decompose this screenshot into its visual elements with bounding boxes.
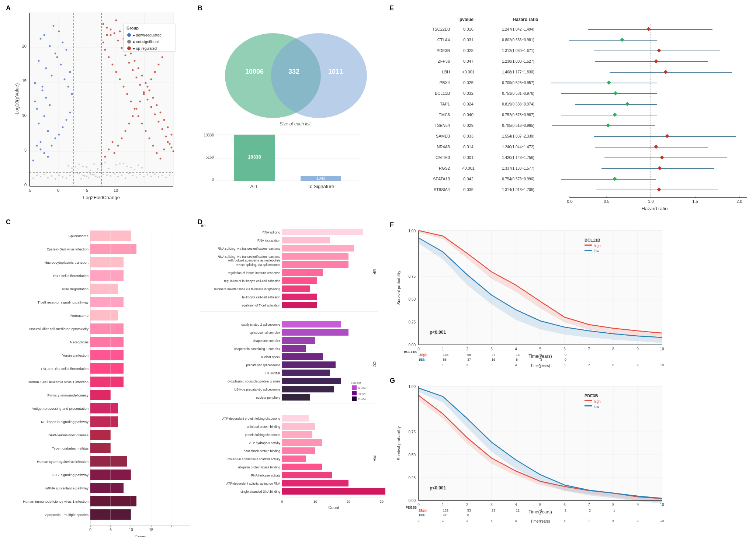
- svg-text:0: 0: [565, 358, 566, 361]
- svg-point-89: [49, 45, 51, 47]
- svg-point-164: [134, 108, 136, 110]
- svg-text:Necroptosis: Necroptosis: [70, 340, 89, 344]
- svg-point-86: [45, 67, 47, 69]
- svg-point-184: [136, 77, 138, 79]
- svg-point-174: [171, 147, 173, 149]
- svg-text:RNA degradation: RNA degradation: [62, 287, 89, 291]
- svg-point-31: [66, 177, 67, 179]
- panel-a-label: A: [6, 4, 11, 12]
- svg-text:6: 6: [540, 353, 542, 357]
- svg-text:0.029: 0.029: [463, 123, 474, 128]
- svg-point-165: [138, 115, 139, 117]
- svg-text:0.50: 0.50: [409, 297, 416, 301]
- svg-text:low: low: [594, 405, 600, 409]
- svg-point-49: [40, 176, 41, 177]
- svg-text:Count: Count: [135, 535, 145, 537]
- go-chart: BP RNA splicing RNA localization RNA spl…: [197, 219, 385, 537]
- svg-text:0: 0: [417, 347, 420, 351]
- svg-point-108: [55, 138, 56, 139]
- svg-text:1.00: 1.00: [409, 229, 416, 233]
- svg-text:telomere maintenance via telom: telomere maintenance via telomere length…: [214, 287, 280, 291]
- svg-text:Spliceosome: Spliceosome: [69, 234, 89, 238]
- svg-text:221: 221: [419, 509, 424, 512]
- svg-point-32: [110, 175, 111, 177]
- svg-text:NR4A3: NR4A3: [437, 145, 450, 149]
- svg-text:LBH: LBH: [442, 70, 450, 74]
- svg-text:Human immunodeficiency virus 1: Human immunodeficiency virus 1 infection: [23, 499, 89, 503]
- svg-rect-384: [282, 269, 323, 276]
- svg-rect-489: [585, 245, 592, 246]
- legend-ns: ● not-significant: [133, 40, 159, 44]
- svg-text:1.247(1.042~1.494): 1.247(1.042~1.494): [502, 27, 534, 31]
- panel-g-label: G: [390, 377, 395, 385]
- svg-text:Proteasome: Proteasome: [70, 313, 89, 318]
- svg-point-176: [106, 34, 108, 36]
- svg-point-14: [84, 175, 86, 177]
- svg-point-96: [56, 56, 58, 58]
- svg-text:58: 58: [467, 353, 471, 357]
- svg-text:0: 0: [281, 500, 283, 503]
- svg-rect-400: [282, 337, 315, 344]
- svg-text:6: 6: [540, 509, 542, 512]
- svg-point-13: [77, 173, 78, 174]
- panel-e-label: E: [389, 4, 394, 12]
- svg-rect-354: [90, 496, 136, 506]
- svg-rect-382: [282, 261, 348, 268]
- svg-text:7: 7: [588, 363, 590, 367]
- svg-point-17: [106, 174, 108, 176]
- svg-text:4: 4: [515, 347, 517, 351]
- svg-text:1.314(1.013~1.705): 1.314(1.013~1.705): [502, 188, 534, 192]
- svg-point-113: [49, 104, 51, 106]
- svg-rect-431: [282, 439, 322, 446]
- svg-text:20: 20: [22, 44, 27, 48]
- svg-point-48: [44, 174, 45, 175]
- svg-text:9: 9: [637, 503, 639, 507]
- svg-point-142: [138, 67, 139, 69]
- svg-text:0.039: 0.039: [463, 187, 474, 192]
- svg-rect-324: [90, 297, 124, 307]
- svg-text:regulation of T cell activatio: regulation of T cell activation: [241, 304, 281, 307]
- svg-point-160: [119, 79, 121, 80]
- svg-text:3: 3: [490, 347, 493, 351]
- svg-rect-259: [625, 102, 629, 106]
- svg-point-124: [139, 101, 141, 103]
- svg-text:chaperone complex: chaperone complex: [253, 339, 281, 343]
- panel-b-label: B: [198, 4, 202, 12]
- svg-text:1: 1: [442, 363, 444, 367]
- svg-text:Primary immunodeficiency: Primary immunodeficiency: [48, 393, 89, 397]
- svg-text:0.709(0.525~0.957): 0.709(0.525~0.957): [502, 81, 534, 85]
- svg-point-24: [82, 175, 84, 176]
- svg-rect-264: [613, 112, 617, 117]
- svg-text:7: 7: [588, 347, 590, 351]
- survival-plot-g: 0.00 0.25 0.50 0.75 1.00 0 1 2 3 4 5 6 7…: [389, 377, 754, 536]
- svg-text:regulation of leukocyte cell-c: regulation of leukocyte cell-cell adhesi…: [224, 279, 280, 283]
- bar-all-label: ALL: [250, 184, 259, 189]
- svg-text:Count: Count: [328, 505, 339, 510]
- svg-text:0.032: 0.032: [463, 91, 474, 96]
- svg-text:cytoplasmic ribonucleoprotein : cytoplasmic ribonucleoprotein granule: [228, 380, 280, 383]
- svg-text:RNA splicing, via transesterif: RNA splicing, via transesterification re…: [218, 247, 280, 250]
- svg-text:0.047: 0.047: [463, 59, 474, 63]
- svg-point-172: [163, 149, 165, 150]
- svg-rect-352: [90, 483, 124, 493]
- panel-c-label: C: [6, 218, 11, 226]
- svg-text:5: 5: [539, 363, 541, 367]
- svg-point-42: [147, 174, 148, 176]
- svg-point-35: [121, 174, 122, 176]
- svg-rect-441: [282, 480, 348, 486]
- svg-text:p<0.001: p<0.001: [430, 330, 446, 335]
- svg-point-129: [158, 64, 160, 66]
- svg-point-115: [42, 90, 44, 91]
- svg-text:Survival probability: Survival probability: [396, 426, 401, 460]
- svg-point-112: [69, 112, 71, 114]
- svg-point-120: [125, 130, 126, 132]
- forest-x-label: Hazard ratio: [642, 206, 668, 211]
- svg-point-80: [44, 115, 45, 117]
- svg-rect-334: [90, 363, 124, 374]
- svg-point-106: [32, 160, 34, 162]
- svg-point-141: [134, 60, 136, 62]
- svg-rect-326: [90, 310, 118, 321]
- svg-text:0.042: 0.042: [463, 177, 474, 181]
- svg-text:precatalytic spliceosome: precatalytic spliceosome: [246, 363, 280, 367]
- svg-rect-224: [646, 27, 651, 31]
